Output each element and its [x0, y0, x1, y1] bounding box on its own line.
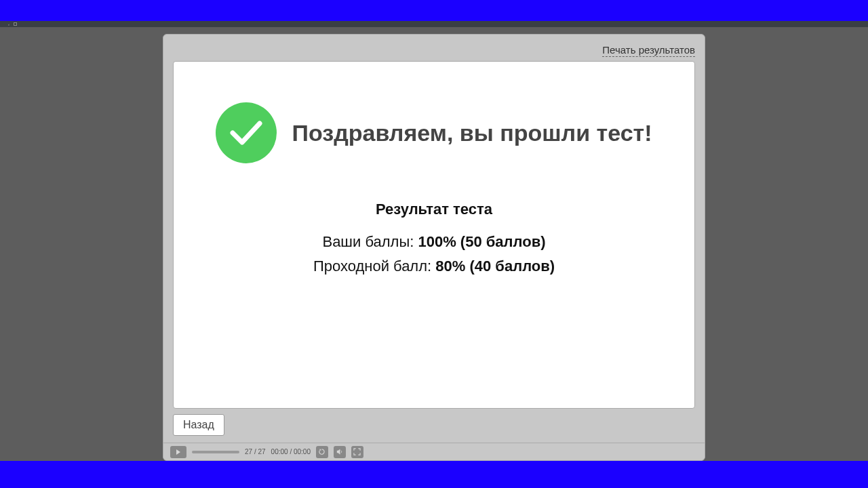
result-title: Результат теста — [376, 201, 492, 218]
congrats-message: Поздравляем, вы прошли тест! — [292, 119, 652, 148]
volume-button[interactable] — [334, 446, 346, 458]
passing-score-value: 80% (40 баллов) — [435, 258, 555, 274]
back-button[interactable]: Назад — [173, 414, 224, 436]
your-score-line: Ваши баллы: 100% (50 баллов) — [322, 233, 545, 251]
congrats-header: Поздравляем, вы прошли тест! — [216, 102, 652, 163]
progress-bar[interactable] — [192, 451, 239, 453]
top-blue-bar — [0, 0, 868, 21]
time-display: 00:00 / 00:00 — [271, 448, 311, 455]
browser-page-icon — [14, 22, 17, 26]
passing-score-line: Проходной балл: 80% (40 баллов) — [313, 258, 555, 275]
bottom-blue-bar — [0, 461, 868, 488]
browser-nav-icon: ‹ — [8, 22, 9, 26]
print-link-row: Печать результатов — [173, 44, 695, 57]
your-score-value: 100% (50 баллов) — [418, 233, 545, 250]
play-button[interactable] — [170, 446, 186, 458]
fullscreen-button[interactable] — [351, 446, 363, 458]
success-checkmark-icon — [216, 102, 277, 163]
play-icon — [176, 449, 180, 455]
browser-tab-bar: ‹ — [0, 21, 868, 27]
back-button-row: Назад — [173, 414, 695, 436]
result-card: Поздравляем, вы прошли тест! Результат т… — [173, 61, 695, 409]
player-controls-bar: 27 / 27 00:00 / 00:00 — [163, 443, 705, 460]
print-results-link[interactable]: Печать результатов — [602, 44, 695, 57]
slide-counter: 27 / 27 — [245, 448, 266, 455]
passing-score-label: Проходной балл: — [313, 258, 435, 274]
replay-button[interactable] — [316, 446, 328, 458]
main-background: Печать результатов Поздравляем, вы прошл… — [0, 27, 868, 461]
your-score-label: Ваши баллы: — [322, 233, 418, 250]
test-panel: Печать результатов Поздравляем, вы прошл… — [163, 34, 705, 461]
